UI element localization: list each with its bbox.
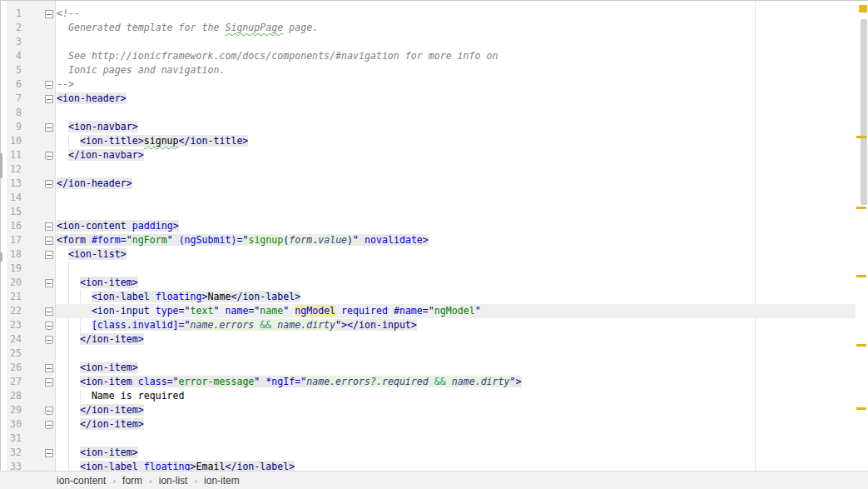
code-line[interactable]: <ion-list> (56, 247, 856, 262)
code-line[interactable] (56, 162, 856, 177)
code-token: ngForm (132, 234, 167, 246)
code-line[interactable]: <ion-item> (56, 276, 856, 290)
code-token: (ngSubmit) (179, 234, 237, 246)
code-token: class (138, 376, 167, 387)
code-line[interactable]: Name is required (56, 389, 856, 403)
code-line[interactable]: </ion-header> (56, 177, 856, 191)
inspection-status-icon[interactable] (859, 5, 867, 12)
fold-marker-icon[interactable] (45, 180, 53, 188)
code-line[interactable]: <ion-item> (56, 361, 856, 375)
warning-stripe-mark[interactable] (856, 207, 866, 209)
line-number: 15 (0, 205, 22, 219)
code-token: value (318, 234, 347, 246)
line-number: 13 (0, 177, 22, 191)
code-token (57, 447, 80, 458)
code-line[interactable]: <ion-navbar> (56, 120, 856, 134)
fold-marker-icon[interactable] (45, 322, 53, 330)
code-line[interactable]: <ion-input type="text" name="name" ngMod… (56, 304, 856, 318)
code-line[interactable]: <ion-item> (56, 446, 856, 460)
code-line[interactable]: <ion-content padding> (56, 219, 856, 233)
fold-marker-icon[interactable] (45, 95, 53, 103)
code-token: " (353, 234, 365, 246)
code-line[interactable]: </ion-item> (56, 332, 856, 347)
code-line[interactable]: <ion-label floating>Name</ion-label> (56, 290, 856, 304)
code-token: name.errors (191, 319, 255, 331)
fold-marker-icon[interactable] (45, 449, 53, 457)
window-edge-segment (0, 252, 2, 262)
fold-marker-icon[interactable] (45, 307, 53, 316)
code-token: </ion-item> (80, 404, 144, 416)
warning-stripe-mark[interactable] (856, 275, 866, 277)
fold-marker-icon[interactable] (45, 279, 53, 287)
fold-marker-icon[interactable] (45, 364, 53, 372)
breadcrumb-item[interactable]: ion-content (57, 475, 106, 487)
code-token: </ion-navbar> (68, 149, 144, 161)
code-line[interactable]: <ion-item class="error-message" *ngIf="n… (56, 375, 856, 389)
code-line[interactable]: <ion-label floating>Email</ion-label> (56, 460, 856, 471)
code-token (57, 319, 92, 331)
code-line[interactable]: <ion-title>signup</ion-title> (56, 134, 856, 148)
code-line[interactable]: [class.invalid]="name.errors && name.dir… (56, 318, 856, 332)
code-line[interactable]: </ion-item> (56, 403, 856, 417)
code-line[interactable]: Generated template for the SignupPage pa… (56, 21, 856, 35)
warning-stripe-mark[interactable] (856, 344, 866, 347)
code-line[interactable] (56, 347, 856, 361)
code-token: <!-- (57, 7, 80, 19)
code-line[interactable]: </ion-item> (56, 417, 856, 432)
code-line[interactable] (56, 205, 856, 219)
code-line[interactable] (56, 35, 856, 49)
code-token: type (156, 305, 179, 317)
warning-stripe-mark[interactable] (856, 407, 866, 410)
code-line[interactable]: </ion-navbar> (56, 148, 856, 162)
fold-marker-icon[interactable] (45, 222, 53, 231)
fold-marker-icon[interactable] (45, 152, 53, 160)
code-token (57, 305, 92, 317)
line-number: 12 (0, 162, 22, 177)
fold-marker-icon[interactable] (45, 10, 53, 18)
code-line[interactable] (56, 106, 856, 120)
code-line[interactable]: Ionic pages and navigation. (56, 63, 856, 77)
fold-marker-icon[interactable] (45, 251, 53, 259)
code-token: Generated template for the (57, 22, 225, 33)
code-token (429, 376, 434, 387)
code-token: " (213, 305, 225, 317)
code-token: > (423, 234, 429, 246)
code-token: </ion-label> (231, 291, 300, 302)
code-token: && (434, 376, 446, 387)
code-token: =" (167, 376, 179, 387)
line-number: 26 (0, 361, 22, 375)
fold-marker-icon[interactable] (45, 336, 53, 344)
line-number: 5 (0, 63, 22, 77)
code-line[interactable]: <!-- (56, 7, 856, 21)
breadcrumb-item[interactable]: ion-item (204, 475, 240, 487)
code-line[interactable]: <form #form="ngForm" (ngSubmit)="signup(… (56, 233, 856, 247)
line-number: 29 (0, 403, 22, 417)
code-line[interactable]: <ion-header> (56, 92, 856, 106)
scrollbar-area[interactable] (856, 1, 868, 471)
fold-marker-icon[interactable] (45, 123, 53, 132)
editor-area[interactable]: 1234567891011121314151617181920212223242… (0, 1, 856, 471)
scrollbar-thumb[interactable] (861, 19, 867, 205)
fold-marker-icon[interactable] (45, 421, 53, 429)
line-number: 27 (0, 375, 22, 389)
code-token (57, 376, 80, 387)
line-number: 8 (0, 106, 22, 120)
code-line[interactable]: --> (56, 77, 856, 92)
fold-marker-icon[interactable] (45, 407, 53, 415)
fold-marker-icon[interactable] (45, 378, 53, 387)
code-line[interactable] (56, 262, 856, 276)
code-token (57, 248, 68, 260)
breadcrumb-item[interactable]: form (122, 475, 142, 487)
breadcrumb-item[interactable]: ion-list (159, 475, 188, 487)
code-token (57, 404, 80, 416)
code-token: [class.invalid] (92, 319, 179, 331)
code-token: </ion-header> (57, 177, 132, 189)
warning-stripe-mark[interactable] (856, 136, 866, 138)
line-number: 23 (0, 318, 22, 332)
code-line[interactable] (56, 191, 856, 205)
fold-marker-icon[interactable] (45, 81, 53, 89)
fold-marker-icon[interactable] (45, 237, 53, 245)
code-token: > (202, 291, 208, 302)
code-line[interactable] (56, 432, 856, 446)
code-line[interactable]: See http://ionicframework.com/docs/compo… (56, 49, 856, 63)
